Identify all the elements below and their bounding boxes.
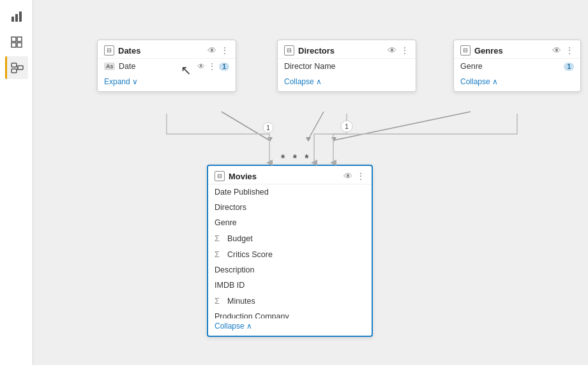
relationships-icon	[11, 61, 24, 74]
movies-date-published-label: Date Published	[215, 188, 269, 197]
sidebar	[0, 0, 33, 365]
genres-title-group: ⊟ Genres	[460, 45, 503, 56]
movies-table-icon: ⊟	[215, 171, 225, 181]
movies-budget-label: Budget	[227, 234, 253, 243]
svg-rect-2	[19, 11, 22, 22]
directors-collapse-link[interactable]: Collapse ∧	[278, 74, 416, 91]
movies-title: Movies	[229, 172, 257, 181]
movies-stars-label: * * *	[281, 153, 312, 165]
genres-genre-field-left: Genre	[460, 62, 483, 71]
movies-description-field: Description	[208, 262, 372, 278]
dates-date-field: Aз Date 👁 ⋮ 1	[98, 59, 236, 74]
movies-eye-icon[interactable]: 👁	[343, 171, 352, 181]
movies-genre-field: Genre	[208, 215, 372, 230]
genres-collapse-link[interactable]: Collapse ∧	[454, 74, 580, 91]
movies-budget-field: Σ Budget	[208, 230, 372, 246]
dates-title-group: ⊟ Dates	[104, 45, 140, 56]
directors-dots-icon[interactable]: ⋮	[400, 45, 409, 56]
movies-collapse-link[interactable]: Collapse ∧	[208, 318, 372, 336]
movies-directors-label: Directors	[215, 203, 246, 212]
directors-name-label: Director Name	[284, 62, 336, 71]
movies-production-label: Production Company	[215, 312, 289, 318]
genres-header-actions: 👁 ⋮	[552, 45, 574, 56]
directors-title-group: ⊟ Directors	[284, 45, 335, 56]
svg-marker-17	[331, 137, 336, 142]
svg-point-23	[341, 121, 352, 132]
dates-card: ⊟ Dates 👁 ⋮ Aз Date 👁 ⋮ 1 ↖ Expand ∨	[97, 40, 236, 92]
movies-critics-score-field: Σ Critics Score	[208, 246, 372, 262]
movies-directors-field: Directors	[208, 200, 372, 215]
genres-eye-icon[interactable]: 👁	[552, 45, 561, 56]
genres-genre-label: Genre	[460, 62, 483, 71]
genres-card: ⊟ Genres 👁 ⋮ Genre 1 Collapse ∧	[453, 40, 581, 92]
movies-description-label: Description	[215, 265, 255, 274]
directors-name-field: Director Name	[278, 59, 416, 74]
sidebar-icon-bar-chart[interactable]	[5, 5, 28, 28]
movies-card: ⊟ Movies 👁 ⋮ Date Published Directors Ge…	[207, 165, 373, 337]
movies-genre-label: Genre	[215, 218, 237, 227]
movies-title-group: ⊟ Movies	[215, 171, 257, 181]
dates-title: Dates	[118, 46, 140, 56]
dates-eye-icon[interactable]: 👁	[207, 45, 216, 56]
dates-date-dots-icon[interactable]: ⋮	[208, 62, 216, 71]
movies-minutes-label: Minutes	[227, 297, 255, 306]
svg-marker-16	[306, 137, 311, 142]
svg-rect-6	[17, 43, 22, 47]
movies-minutes-field: Σ Minutes	[208, 293, 372, 309]
movies-critics-label: Critics Score	[227, 250, 273, 259]
genres-badge: 1	[564, 63, 574, 71]
svg-rect-9	[18, 66, 23, 70]
svg-marker-15	[268, 137, 273, 142]
directors-title: Directors	[298, 46, 335, 56]
sidebar-icon-table[interactable]	[5, 31, 28, 54]
movies-critics-left: Σ Critics Score	[215, 250, 273, 259]
movies-imdb-label: IMDB ID	[215, 281, 245, 290]
svg-rect-3	[11, 37, 16, 41]
dates-dots-icon[interactable]: ⋮	[220, 45, 229, 56]
svg-text:1: 1	[266, 124, 270, 131]
dates-header-actions: 👁 ⋮	[207, 45, 229, 56]
dates-date-badge: 1	[219, 63, 229, 71]
directors-card-header: ⊟ Directors 👁 ⋮	[278, 40, 416, 59]
svg-rect-4	[17, 37, 22, 41]
movies-date-published-field: Date Published	[208, 184, 372, 200]
genres-genre-field: Genre 1	[454, 59, 580, 74]
movies-minutes-left: Σ Minutes	[215, 296, 255, 306]
directors-card: ⊟ Directors 👁 ⋮ Director Name Collapse ∧	[277, 40, 416, 92]
movies-budget-left: Σ Budget	[215, 234, 253, 243]
dates-date-type-icon: Aз	[104, 63, 115, 70]
svg-rect-0	[11, 17, 14, 22]
svg-line-12	[222, 112, 269, 140]
svg-rect-8	[11, 69, 17, 73]
genres-table-icon: ⊟	[460, 45, 471, 56]
sidebar-icon-relationships[interactable]	[5, 56, 28, 79]
movies-dots-icon[interactable]: ⋮	[356, 171, 365, 181]
svg-rect-18	[263, 123, 273, 133]
grid-icon	[10, 36, 23, 48]
dates-date-eye-icon[interactable]: 👁	[197, 62, 205, 71]
svg-rect-1	[15, 14, 18, 22]
movies-budget-sigma: Σ	[215, 234, 223, 243]
movies-production-field: Production Company	[208, 309, 372, 318]
dates-expand-link[interactable]: Expand ∨	[98, 74, 236, 91]
canvas: 1 ⊟ Dates 👁 ⋮ Aз Date 👁 ⋮ 1	[33, 0, 588, 365]
genres-dots-icon[interactable]: ⋮	[565, 45, 574, 56]
directors-eye-icon[interactable]: 👁	[388, 45, 396, 56]
movies-critics-sigma: Σ	[215, 250, 223, 259]
genres-card-header: ⊟ Genres 👁 ⋮	[454, 40, 580, 59]
directors-name-field-left: Director Name	[284, 62, 336, 71]
svg-line-14	[333, 112, 471, 140]
dates-date-label: Date	[119, 62, 135, 71]
movies-header-actions: 👁 ⋮	[343, 171, 365, 181]
movies-minutes-sigma: Σ	[215, 296, 223, 306]
svg-rect-5	[11, 43, 16, 47]
dates-table-icon: ⊟	[104, 45, 114, 56]
genres-title: Genres	[474, 46, 503, 56]
dates-date-field-left: Aз Date	[104, 62, 135, 71]
svg-line-13	[308, 112, 324, 140]
svg-rect-7	[11, 63, 17, 67]
movies-imdb-field: IMDB ID	[208, 278, 372, 293]
directors-header-actions: 👁 ⋮	[388, 45, 409, 56]
movies-fields-list: Date Published Directors Genre Σ Budget …	[208, 184, 372, 318]
movies-card-header: ⊟ Movies 👁 ⋮	[208, 166, 372, 184]
